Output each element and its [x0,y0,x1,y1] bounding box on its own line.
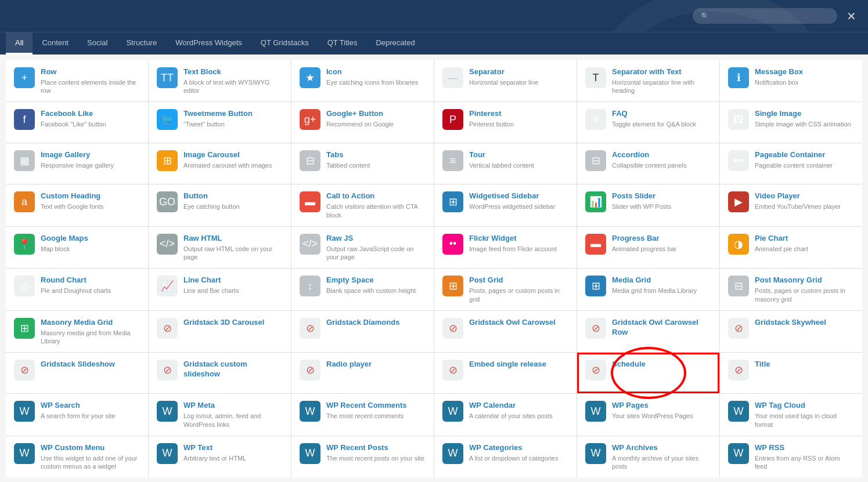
element-item-post-grid[interactable]: ⊞Post GridPosts, pages or custom posts i… [434,269,577,310]
element-description: Output raw HTML code on your page [183,245,283,262]
element-item-call-to-action[interactable]: ▬Call to ActionCatch visitors attention … [291,184,434,226]
element-item-wp-search[interactable]: WWP SearchA search form for your site [6,394,148,435]
element-item-text-block[interactable]: TTText BlockA block of text with WYSIWYG… [149,60,291,102]
element-icon: ⊞ [442,276,463,296]
element-item-separator[interactable]: —SeparatorHorizontal separator line [434,60,577,102]
element-item-google-maps[interactable]: 📍Google MapsMap block [6,227,148,268]
element-item-wp-text[interactable]: WWP TextArbitrary text or HTML [149,436,291,477]
element-item-gridstack-3d-carousel[interactable]: ⊘Gridstack 3D Carousel [149,311,291,352]
element-title: Gridstack Skywheel [755,318,854,328]
element-icon: ⊘ [585,360,606,380]
element-title: WP Archives [612,443,711,453]
element-item-wp-categories[interactable]: WWP CategoriesA list or dropdown of cate… [434,436,577,477]
element-item-icon[interactable]: ★IconEye catching icons from libraries [291,60,434,102]
element-item-message-box[interactable]: ℹMessage BoxNotification box [720,60,862,102]
element-item-facebook-like[interactable]: fFacebook LikeFacebook "Like" button [6,102,148,143]
element-icon: ▬ [300,191,320,212]
element-item-widgetised-sidebar[interactable]: ⊞Widgetised SidebarWordPress widgetised … [434,184,577,226]
element-description: Animated pie chart [755,245,854,253]
element-item-separator-with-text[interactable]: TSeparator with TextHorizontal separator… [577,60,719,102]
element-item-embed-single-release[interactable]: ⊘Embed single release [434,353,577,393]
element-item-schedule[interactable]: ⊘Schedule [577,353,719,393]
element-icon: 🖼 [728,109,749,130]
element-item-wp-custom-menu[interactable]: WWP Custom MenuUse this widget to add on… [6,436,148,477]
element-item-google-button[interactable]: g+Google+ ButtonRecommend on Google [291,102,434,143]
element-item-wp-rss[interactable]: WWP RSSEntries from any RSS or Atom feed [720,436,862,477]
element-item-raw-js[interactable]: </>Raw JSOutput raw JavaScript code on y… [291,227,434,268]
search-input[interactable] [713,12,829,20]
element-icon: ⊘ [300,360,320,380]
tab-all[interactable]: All [6,32,33,55]
element-item-wp-recent-comments[interactable]: WWP Recent CommentsThe most recent comme… [291,394,434,435]
tab-deprecated[interactable]: Deprecated [366,32,424,55]
element-text-block: Pageable ContainerPageable content conta… [755,150,854,169]
element-item-custom-heading[interactable]: aCustom HeadingText with Google fonts [6,184,148,226]
element-item-radio-player[interactable]: ⊘Radio player [291,353,434,393]
element-icon: + [14,67,35,88]
element-item-title[interactable]: ⊘Title [720,353,862,393]
element-item-tour[interactable]: ≡TourVertical tabbed content [434,143,577,184]
element-icon: W [14,443,35,464]
element-text-block: Facebook LikeFacebook "Like" button [41,109,140,128]
element-item-wp-calendar[interactable]: WWP CalendarA calendar of your sites pos… [434,394,577,435]
element-title: WP Custom Menu [41,443,140,453]
element-item-button[interactable]: GOButtonEye catching button [149,184,291,226]
close-button[interactable]: ✕ [847,9,856,23]
element-item-wp-pages[interactable]: WWP PagesYour sites WordPress Pages [577,394,719,435]
tab-social[interactable]: Social [78,32,117,55]
element-item-pinterest[interactable]: PPinterestPinterest button [434,102,577,143]
element-item-accordion[interactable]: ⊟AccordionCollapsible content panels [577,143,719,184]
element-item-gridstack-custom-slideshow[interactable]: ⊘Gridstack custom slideshow [149,353,291,393]
element-text-block: Image GalleryResponsive image gallery [41,150,140,169]
element-item-wp-tag-cloud[interactable]: WWP Tag CloudYour most used tags in clou… [720,394,862,435]
element-item-empty-space[interactable]: ↕Empty SpaceBlank space with custom heig… [291,269,434,310]
element-item-image-gallery[interactable]: ▦Image GalleryResponsive image gallery [6,143,148,184]
element-icon: W [300,401,320,422]
element-text-block: Message BoxNotification box [755,67,854,86]
element-item-gridstack-diamonds[interactable]: ⊘Gridstack Diamonds [291,311,434,352]
element-text-block: Gridstack Owl Carowsel Row [612,318,711,339]
element-icon: W [442,401,463,422]
element-item-media-grid[interactable]: ⊞Media GridMedia grid from Media Library [577,269,719,310]
element-icon: TT [157,67,178,88]
element-icon: </> [157,234,178,255]
element-item-pie-chart[interactable]: ◑Pie ChartAnimated pie chart [720,227,862,268]
element-item-line-chart[interactable]: 📈Line ChartLine and Bar charts [149,269,291,310]
element-item-gridstack-skywheel[interactable]: ⊘Gridstack Skywheel [720,311,862,352]
tab-wordpress-widgets[interactable]: WordPress Widgets [166,32,251,55]
tab-structure[interactable]: Structure [117,32,166,55]
tab-qt-gridstacks[interactable]: QT Gridstacks [251,32,318,55]
element-description: Your sites WordPress Pages [612,412,711,420]
element-title: WP Tag Cloud [755,401,854,411]
element-item-gridstack-owl-carowsel-row[interactable]: ⊘Gridstack Owl Carowsel Row [577,311,719,352]
element-item-posts-slider[interactable]: 📊Posts SliderSlider with WP Posts [577,184,719,226]
element-item-tabs[interactable]: ⊟TabsTabbed content [291,143,434,184]
element-item-single-image[interactable]: 🖼Single ImageSimple image with CSS anima… [720,102,862,143]
tab-qt-titles[interactable]: QT Titles [318,32,367,55]
element-item-pageable-container[interactable]: •••Pageable ContainerPageable content co… [720,143,862,184]
element-item-faq[interactable]: ≡FAQToggle element for Q&A block [577,102,719,143]
element-title: Empty Space [326,276,426,285]
element-item-wp-meta[interactable]: WWP MetaLog in/out, admin, feed and Word… [149,394,291,435]
element-item-flickr-widget[interactable]: ••Flickr WidgetImage feed from Flickr ac… [434,227,577,268]
element-item-tweetmeme-button[interactable]: 🐦Tweetmeme Button"Tweet" button [149,102,291,143]
element-item-wp-recent-posts[interactable]: WWP Recent PostsThe most recent posts on… [291,436,434,477]
element-title: Raw JS [326,234,426,244]
element-item-progress-bar[interactable]: ▬Progress BarAnimated progress bar [577,227,719,268]
element-item-wp-archives[interactable]: WWP ArchivesA monthly archive of your si… [577,436,719,477]
element-icon: P [442,109,463,130]
tab-content[interactable]: Content [33,32,78,55]
element-item-row[interactable]: +RowPlace content elements inside the ro… [6,60,148,102]
element-item-masonry-media-grid[interactable]: ⊞Masonry Media GridMasonry media grid fr… [6,311,148,352]
element-item-raw-html[interactable]: </>Raw HTMLOutput raw HTML code on your … [149,227,291,268]
element-item-image-carousel[interactable]: ⊞Image CarouselAnimated carousel with im… [149,143,291,184]
element-item-video-player[interactable]: ▶Video PlayerEmbed YouTube/Vimeo player [720,184,862,226]
element-item-post-masonry-grid[interactable]: ⊟Post Masonry GridPosts, pages or custom… [720,269,862,310]
element-item-gridstack-slideshow[interactable]: ⊘Gridstack Slideshow [6,353,148,393]
element-text-block: Radio player [326,360,426,371]
element-item-gridstack-owl-carowsel[interactable]: ⊘Gridstack Owl Carowsel [434,311,577,352]
element-text-block: Tweetmeme Button"Tweet" button [183,109,283,128]
element-text-block: Posts SliderSlider with WP Posts [612,191,711,211]
element-icon: ↕ [300,276,320,296]
element-item-round-chart[interactable]: ◎Round ChartPie and Doughnut charts [6,269,148,310]
